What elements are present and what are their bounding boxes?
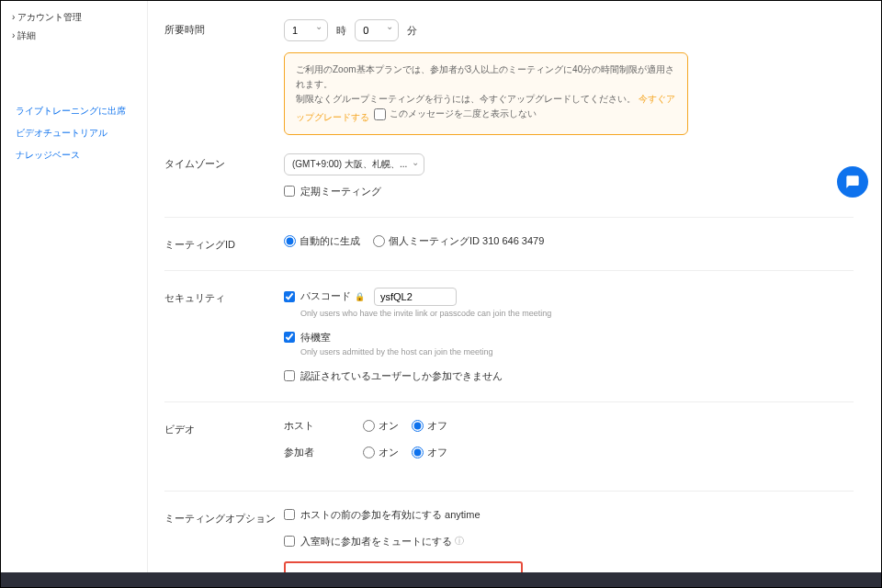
unit-minutes: 分 [407, 25, 417, 36]
label-meeting-id: ミーティングID [164, 234, 284, 252]
radio-host-off[interactable]: オフ [412, 419, 447, 433]
alert-line1: ご利用のZoom基本プランでは、参加者が3人以上のミーティングに40分の時間制限… [296, 64, 674, 89]
radio-personal-id[interactable]: 個人ミーティングID 310 646 3479 [373, 234, 544, 248]
unit-hours: 時 [336, 25, 346, 36]
hint-waiting-room: Only users admitted by the host can join… [300, 347, 854, 356]
help-fab[interactable] [837, 166, 868, 198]
label-options: ミーティングオプション [164, 508, 284, 526]
label-participant: 参加者 [284, 446, 363, 459]
radio-participant-on[interactable]: オン [363, 446, 399, 459]
label-passcode: パスコード [300, 289, 351, 303]
row-meeting-id: ミーティングID 自動的に生成 個人ミーティングID 310 646 3479 [164, 234, 854, 252]
row-security: セキュリティ パスコード 🔒 Only users who have the i… [164, 288, 854, 383]
lock-icon: 🔒 [355, 292, 365, 301]
checkbox-mute-entry[interactable] [284, 536, 295, 547]
hint-passcode: Only users who have the invite link or p… [300, 309, 854, 318]
input-passcode[interactable] [374, 288, 457, 306]
upgrade-alert: ご利用のZoom基本プランでは、参加者が3人以上のミーティングに40分の時間制限… [284, 52, 688, 135]
link-video-tutorial[interactable]: ビデオチュートリアル [16, 122, 132, 144]
label-video: ビデオ [164, 419, 284, 436]
select-minutes[interactable]: 0 [355, 19, 399, 41]
label-mute-entry: 入室時に参加者をミュートにする [300, 535, 452, 548]
label-join-before: ホストの前の参加を有効にする anytime [300, 508, 481, 522]
link-knowledge-base[interactable]: ナレッジベース [16, 144, 132, 166]
label-host: ホスト [284, 419, 363, 433]
checkbox-auth-only[interactable] [284, 370, 295, 381]
label-recurring: 定期ミーティング [300, 185, 381, 198]
main-content: 所要時間 1 時 0 分 ご利用のZoom基本プランでは、参加者が3人以上のミー… [148, 1, 881, 587]
nav-detail[interactable]: 詳細 [12, 27, 136, 45]
alert-line2: 制限なくグループミーティングを行うには、今すぐアップグレードしてください。 [296, 94, 636, 104]
row-video: ビデオ ホスト オン オフ 参加者 オン オフ [164, 419, 854, 472]
select-hours[interactable]: 1 [284, 19, 328, 41]
label-duration: 所要時間 [164, 19, 284, 37]
nav-account[interactable]: アカウント管理 [12, 8, 136, 27]
checkbox-passcode[interactable] [284, 291, 295, 302]
row-timezone: タイムゾーン (GMT+9:00) 大阪、札幌、... 定期ミーティング [164, 153, 854, 198]
link-live-training[interactable]: ライブトレーニングに出席 [16, 100, 132, 122]
label-dont-show: このメッセージを二度と表示しない [390, 107, 537, 121]
checkbox-waiting-room[interactable] [284, 332, 295, 343]
row-duration: 所要時間 1 時 0 分 ご利用のZoom基本プランでは、参加者が3人以上のミー… [164, 19, 854, 135]
help-links: ライブトレーニングに出席 ビデオチュートリアル ナレッジベース [12, 91, 136, 175]
label-waiting-room: 待機室 [300, 331, 331, 345]
label-timezone: タイムゾーン [164, 153, 284, 171]
chat-icon [845, 175, 860, 189]
radio-participant-off[interactable]: オフ [412, 446, 447, 459]
info-icon[interactable]: ⓘ [455, 535, 464, 548]
label-security: セキュリティ [164, 288, 284, 305]
radio-host-on[interactable]: オン [363, 419, 399, 433]
radio-auto-generate[interactable]: 自動的に生成 [284, 234, 360, 248]
checkbox-dont-show[interactable] [374, 108, 386, 120]
label-auth-only: 認証されているユーザーしか参加できません [300, 369, 503, 383]
checkbox-join-before[interactable] [284, 509, 295, 520]
select-timezone[interactable]: (GMT+9:00) 大阪、札幌、... [284, 153, 424, 175]
checkbox-recurring[interactable] [284, 186, 295, 197]
sidebar: アカウント管理 詳細 ライブトレーニングに出席 ビデオチュートリアル ナレッジベ… [1, 1, 148, 587]
footer-bar [1, 572, 881, 587]
